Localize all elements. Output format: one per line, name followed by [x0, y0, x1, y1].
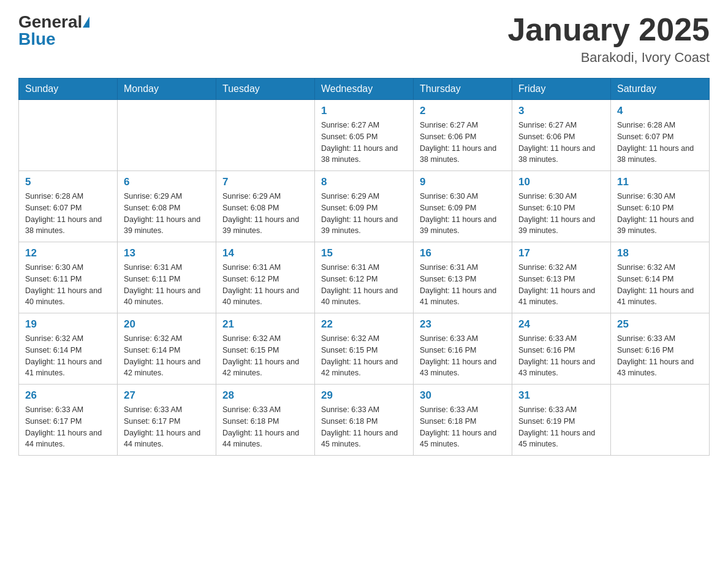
calendar-week-row: 26Sunrise: 6:33 AMSunset: 6:17 PMDayligh…: [19, 385, 710, 456]
day-number: 14: [222, 247, 308, 259]
calendar-cell: [19, 100, 118, 171]
calendar-cell: 28Sunrise: 6:33 AMSunset: 6:18 PMDayligh…: [216, 385, 315, 456]
calendar-cell: 19Sunrise: 6:32 AMSunset: 6:14 PMDayligh…: [19, 313, 118, 385]
title-block: January 2025 Barakodi, Ivory Coast: [507, 12, 710, 66]
day-info: Sunrise: 6:29 AMSunset: 6:09 PMDaylight:…: [321, 191, 407, 237]
day-info: Sunrise: 6:33 AMSunset: 6:17 PMDaylight:…: [124, 404, 210, 450]
calendar-cell: 1Sunrise: 6:27 AMSunset: 6:05 PMDaylight…: [315, 100, 414, 171]
month-title: January 2025: [507, 12, 710, 47]
day-number: 5: [25, 176, 111, 188]
day-info: Sunrise: 6:28 AMSunset: 6:07 PMDaylight:…: [25, 191, 111, 237]
day-number: 18: [617, 247, 703, 259]
calendar-cell: 22Sunrise: 6:32 AMSunset: 6:15 PMDayligh…: [315, 313, 414, 385]
day-info: Sunrise: 6:28 AMSunset: 6:07 PMDaylight:…: [617, 120, 703, 166]
calendar-week-row: 19Sunrise: 6:32 AMSunset: 6:14 PMDayligh…: [19, 313, 710, 385]
day-info: Sunrise: 6:32 AMSunset: 6:14 PMDaylight:…: [617, 262, 703, 308]
day-info: Sunrise: 6:31 AMSunset: 6:11 PMDaylight:…: [124, 262, 210, 308]
calendar-cell: 26Sunrise: 6:33 AMSunset: 6:17 PMDayligh…: [19, 385, 118, 456]
calendar-cell: 11Sunrise: 6:30 AMSunset: 6:10 PMDayligh…: [611, 171, 710, 242]
calendar-week-row: 5Sunrise: 6:28 AMSunset: 6:07 PMDaylight…: [19, 171, 710, 242]
calendar-cell: 14Sunrise: 6:31 AMSunset: 6:12 PMDayligh…: [216, 242, 315, 313]
day-number: 20: [124, 318, 210, 331]
calendar-cell: 10Sunrise: 6:30 AMSunset: 6:10 PMDayligh…: [512, 171, 611, 242]
day-number: 3: [518, 105, 604, 117]
day-info: Sunrise: 6:30 AMSunset: 6:10 PMDaylight:…: [617, 191, 703, 237]
calendar-header-monday: Monday: [118, 79, 216, 100]
day-number: 1: [321, 105, 407, 117]
day-info: Sunrise: 6:33 AMSunset: 6:16 PMDaylight:…: [420, 333, 506, 379]
day-info: Sunrise: 6:33 AMSunset: 6:18 PMDaylight:…: [420, 404, 506, 450]
day-info: Sunrise: 6:31 AMSunset: 6:12 PMDaylight:…: [222, 262, 308, 308]
calendar-header-wednesday: Wednesday: [315, 79, 414, 100]
day-info: Sunrise: 6:27 AMSunset: 6:06 PMDaylight:…: [518, 120, 604, 166]
day-info: Sunrise: 6:32 AMSunset: 6:14 PMDaylight:…: [124, 333, 210, 379]
day-info: Sunrise: 6:30 AMSunset: 6:09 PMDaylight:…: [420, 191, 506, 237]
day-number: 30: [420, 389, 506, 402]
day-number: 6: [124, 176, 210, 188]
logo-blue-text: Blue: [18, 29, 56, 49]
day-number: 16: [420, 247, 506, 259]
calendar-header-sunday: Sunday: [19, 79, 118, 100]
location-subtitle: Barakodi, Ivory Coast: [507, 50, 710, 66]
calendar-cell: 4Sunrise: 6:28 AMSunset: 6:07 PMDaylight…: [611, 100, 710, 171]
calendar-header-saturday: Saturday: [611, 79, 710, 100]
calendar-cell: 18Sunrise: 6:32 AMSunset: 6:14 PMDayligh…: [611, 242, 710, 313]
day-number: 7: [222, 176, 308, 188]
day-info: Sunrise: 6:27 AMSunset: 6:06 PMDaylight:…: [420, 120, 506, 166]
day-info: Sunrise: 6:30 AMSunset: 6:11 PMDaylight:…: [25, 262, 111, 308]
day-info: Sunrise: 6:33 AMSunset: 6:16 PMDaylight:…: [518, 333, 604, 379]
day-number: 9: [420, 176, 506, 188]
day-number: 17: [518, 247, 604, 259]
day-number: 11: [617, 176, 703, 188]
calendar-cell: [216, 100, 315, 171]
calendar-cell: 3Sunrise: 6:27 AMSunset: 6:06 PMDaylight…: [512, 100, 611, 171]
calendar-cell: 21Sunrise: 6:32 AMSunset: 6:15 PMDayligh…: [216, 313, 315, 385]
calendar-cell: 12Sunrise: 6:30 AMSunset: 6:11 PMDayligh…: [19, 242, 118, 313]
day-number: 2: [420, 105, 506, 117]
day-info: Sunrise: 6:29 AMSunset: 6:08 PMDaylight:…: [222, 191, 308, 237]
day-number: 22: [321, 318, 407, 331]
calendar-week-row: 12Sunrise: 6:30 AMSunset: 6:11 PMDayligh…: [19, 242, 710, 313]
day-number: 23: [420, 318, 506, 331]
day-info: Sunrise: 6:32 AMSunset: 6:13 PMDaylight:…: [518, 262, 604, 308]
calendar-cell: 20Sunrise: 6:32 AMSunset: 6:14 PMDayligh…: [118, 313, 216, 385]
day-number: 29: [321, 389, 407, 402]
calendar-header-friday: Friday: [512, 79, 611, 100]
calendar-week-row: 1Sunrise: 6:27 AMSunset: 6:05 PMDaylight…: [19, 100, 710, 171]
calendar-cell: 24Sunrise: 6:33 AMSunset: 6:16 PMDayligh…: [512, 313, 611, 385]
calendar-cell: 27Sunrise: 6:33 AMSunset: 6:17 PMDayligh…: [118, 385, 216, 456]
logo-triangle-icon: [83, 17, 89, 28]
page-header: General Blue January 2025 Barakodi, Ivor…: [18, 12, 710, 66]
calendar-cell: 16Sunrise: 6:31 AMSunset: 6:13 PMDayligh…: [414, 242, 512, 313]
day-number: 27: [124, 389, 210, 402]
calendar-table: SundayMondayTuesdayWednesdayThursdayFrid…: [18, 78, 710, 456]
day-number: 13: [124, 247, 210, 259]
calendar-cell: 25Sunrise: 6:33 AMSunset: 6:16 PMDayligh…: [611, 313, 710, 385]
calendar-cell: 9Sunrise: 6:30 AMSunset: 6:09 PMDaylight…: [414, 171, 512, 242]
calendar-header-row: SundayMondayTuesdayWednesdayThursdayFrid…: [19, 79, 710, 100]
day-number: 25: [617, 318, 703, 331]
day-number: 26: [25, 389, 111, 402]
calendar-cell: 13Sunrise: 6:31 AMSunset: 6:11 PMDayligh…: [118, 242, 216, 313]
calendar-cell: 15Sunrise: 6:31 AMSunset: 6:12 PMDayligh…: [315, 242, 414, 313]
day-info: Sunrise: 6:33 AMSunset: 6:18 PMDaylight:…: [222, 404, 308, 450]
day-number: 21: [222, 318, 308, 331]
calendar-cell: [118, 100, 216, 171]
day-info: Sunrise: 6:32 AMSunset: 6:15 PMDaylight:…: [222, 333, 308, 379]
day-number: 10: [518, 176, 604, 188]
day-info: Sunrise: 6:33 AMSunset: 6:19 PMDaylight:…: [518, 404, 604, 450]
day-info: Sunrise: 6:32 AMSunset: 6:15 PMDaylight:…: [321, 333, 407, 379]
day-info: Sunrise: 6:32 AMSunset: 6:14 PMDaylight:…: [25, 333, 111, 379]
day-number: 31: [518, 389, 604, 402]
calendar-cell: 29Sunrise: 6:33 AMSunset: 6:18 PMDayligh…: [315, 385, 414, 456]
day-number: 19: [25, 318, 111, 331]
calendar-cell: 17Sunrise: 6:32 AMSunset: 6:13 PMDayligh…: [512, 242, 611, 313]
day-number: 12: [25, 247, 111, 259]
calendar-cell: 23Sunrise: 6:33 AMSunset: 6:16 PMDayligh…: [414, 313, 512, 385]
day-info: Sunrise: 6:33 AMSunset: 6:18 PMDaylight:…: [321, 404, 407, 450]
day-number: 15: [321, 247, 407, 259]
day-number: 28: [222, 389, 308, 402]
day-info: Sunrise: 6:31 AMSunset: 6:12 PMDaylight:…: [321, 262, 407, 308]
calendar-cell: 2Sunrise: 6:27 AMSunset: 6:06 PMDaylight…: [414, 100, 512, 171]
calendar-cell: 8Sunrise: 6:29 AMSunset: 6:09 PMDaylight…: [315, 171, 414, 242]
